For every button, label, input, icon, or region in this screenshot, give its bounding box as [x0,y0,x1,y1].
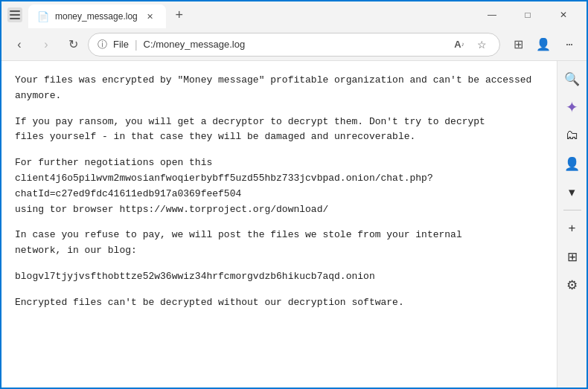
address-right-icons: A♪ ☆ [450,36,490,54]
paragraph-6: Encrypted files can't be decrypted witho… [15,295,543,311]
maximize-button[interactable]: □ [511,3,545,27]
svg-rect-0 [10,10,20,12]
forward-button[interactable]: › [34,33,58,57]
title-bar: 📄 money_message.log ✕ + — □ ✕ [1,1,587,28]
profile-button[interactable]: 👤 [531,33,555,57]
more-options-button[interactable]: ··· [557,33,581,57]
content-area[interactable]: Your files was encrypted by "Money messa… [1,61,557,389]
address-bar[interactable]: ⓘ File | C:/money_message.log A♪ ☆ [88,33,500,57]
new-tab-button[interactable]: + [169,4,190,25]
sidebar-collections-button[interactable]: 🗂 [560,123,584,147]
svg-rect-1 [10,14,20,16]
address-text: C:/money_message.log [144,39,246,50]
sidebar-add-button[interactable]: + [560,216,584,240]
favorites-star-icon[interactable]: ☆ [473,36,490,54]
tab-label: money_message.log [55,11,138,22]
sidebar-profile-button[interactable]: 👤 [560,152,584,176]
paragraph-2: If you pay ransom, you will get a decryp… [15,115,543,146]
close-button[interactable]: ✕ [546,3,581,27]
sidebar-settings-button[interactable]: ⚙ [560,273,584,297]
collections-button[interactable]: ⊞ [506,33,530,57]
sidebar-copilot-button[interactable]: ✦ [560,95,584,119]
tab-close-button[interactable]: ✕ [144,10,157,23]
read-aloud-button[interactable]: A♪ [450,36,468,54]
paragraph-4: In case you refuse to pay, we will post … [15,228,543,259]
sidebar-screencast-button[interactable]: ⊞ [560,245,584,269]
paragraph-5: blogvl7tjyjvsfthobttze52w36wwiz34hrfcmor… [15,269,543,285]
info-icon: ⓘ [98,38,107,51]
window-controls-left [7,7,22,22]
active-tab[interactable]: 📄 money_message.log ✕ [28,4,166,28]
minimize-button[interactable]: — [475,3,509,27]
sidebar-dropdown-button[interactable]: ▾ [560,180,584,204]
address-divider: | [135,39,138,51]
svg-rect-2 [10,18,20,19]
paragraph-3: For further negotiations open this clien… [15,155,543,217]
content-wrapper: Your files was encrypted by "Money messa… [1,61,587,389]
file-label: File [113,39,129,50]
right-sidebar: 🔍 ✦ 🗂 👤 ▾ + ⊞ ⚙ [557,61,587,389]
paragraph-1: Your files was encrypted by "Money messa… [15,73,543,104]
sidebar-search-button[interactable]: 🔍 [560,67,584,91]
navigation-bar: ‹ › ↻ ⓘ File | C:/money_message.log A♪ ☆… [1,28,587,61]
toolbar-right: ⊞ 👤 ··· [506,33,581,57]
refresh-button[interactable]: ↻ [61,33,85,57]
sidebar-toggle-button[interactable] [7,7,22,22]
sidebar-divider [563,210,581,210]
back-button[interactable]: ‹ [7,33,31,57]
tab-file-icon: 📄 [37,11,49,22]
window-controls-right: — □ ✕ [475,3,581,27]
